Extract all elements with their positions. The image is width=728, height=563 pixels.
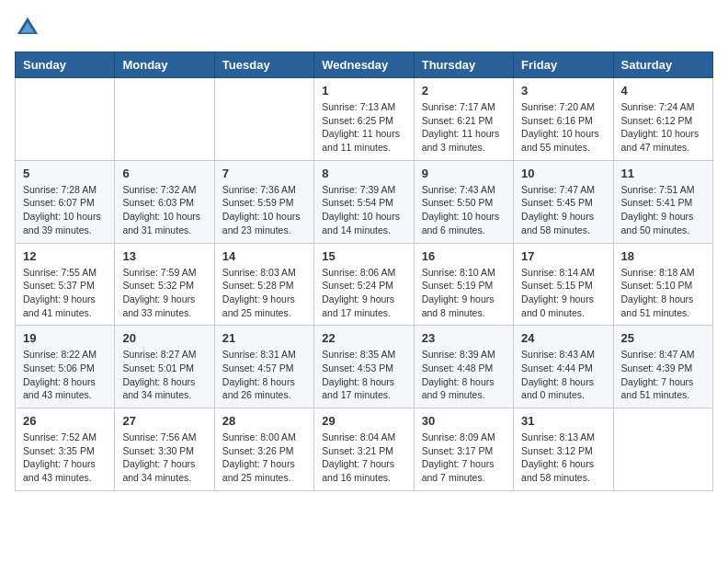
calendar-cell: 15Sunrise: 8:06 AM Sunset: 5:24 PM Dayli… (314, 243, 414, 326)
day-number: 7 (222, 167, 306, 180)
day-number: 16 (422, 249, 506, 263)
day-number: 9 (422, 167, 506, 180)
day-of-week-header: Tuesday (214, 52, 313, 78)
day-info: Sunrise: 7:47 AM Sunset: 5:45 PM Dayligh… (521, 183, 605, 237)
day-info: Sunrise: 7:43 AM Sunset: 5:50 PM Dayligh… (422, 183, 506, 237)
day-number: 24 (521, 331, 605, 345)
day-number: 20 (122, 331, 206, 345)
day-info: Sunrise: 7:17 AM Sunset: 6:21 PM Dayligh… (422, 100, 506, 155)
day-of-week-header: Friday (514, 52, 613, 78)
day-info: Sunrise: 7:24 AM Sunset: 6:12 PM Dayligh… (621, 100, 705, 155)
day-number: 1 (322, 84, 405, 98)
day-number: 15 (322, 249, 405, 263)
calendar-cell: 13Sunrise: 7:59 AM Sunset: 5:32 PM Dayli… (115, 243, 214, 326)
day-info: Sunrise: 7:52 AM Sunset: 3:35 PM Dayligh… (23, 431, 107, 485)
day-info: Sunrise: 8:14 AM Sunset: 5:15 PM Dayligh… (521, 266, 605, 320)
calendar-cell (613, 408, 712, 491)
day-of-week-header: Thursday (414, 52, 513, 78)
day-info: Sunrise: 7:13 AM Sunset: 6:25 PM Dayligh… (322, 100, 405, 155)
calendar-cell (16, 78, 115, 161)
calendar-cell: 4Sunrise: 7:24 AM Sunset: 6:12 PM Daylig… (613, 78, 712, 161)
day-info: Sunrise: 8:06 AM Sunset: 5:24 PM Dayligh… (322, 266, 405, 320)
day-number: 12 (23, 249, 107, 263)
day-number: 14 (222, 249, 306, 263)
day-number: 11 (621, 167, 705, 180)
calendar-cell: 10Sunrise: 7:47 AM Sunset: 5:45 PM Dayli… (514, 160, 613, 243)
day-number: 27 (122, 414, 206, 428)
day-info: Sunrise: 7:39 AM Sunset: 5:54 PM Dayligh… (322, 183, 405, 237)
day-number: 5 (23, 167, 107, 180)
day-info: Sunrise: 7:20 AM Sunset: 6:16 PM Dayligh… (521, 100, 605, 155)
day-info: Sunrise: 8:22 AM Sunset: 5:06 PM Dayligh… (23, 348, 107, 402)
day-number: 2 (422, 84, 506, 98)
day-info: Sunrise: 7:28 AM Sunset: 6:07 PM Dayligh… (23, 183, 107, 237)
day-info: Sunrise: 8:43 AM Sunset: 4:44 PM Dayligh… (521, 348, 605, 402)
page-header (15, 15, 713, 40)
day-number: 22 (322, 331, 405, 345)
calendar-cell: 5Sunrise: 7:28 AM Sunset: 6:07 PM Daylig… (16, 160, 115, 243)
day-info: Sunrise: 8:31 AM Sunset: 4:57 PM Dayligh… (222, 348, 306, 402)
logo (15, 15, 44, 40)
calendar-week-row: 19Sunrise: 8:22 AM Sunset: 5:06 PM Dayli… (16, 326, 713, 408)
calendar-cell: 14Sunrise: 8:03 AM Sunset: 5:28 PM Dayli… (214, 243, 313, 326)
day-info: Sunrise: 8:04 AM Sunset: 3:21 PM Dayligh… (322, 431, 405, 485)
calendar-cell: 19Sunrise: 8:22 AM Sunset: 5:06 PM Dayli… (16, 326, 115, 408)
day-number: 31 (521, 414, 605, 428)
day-info: Sunrise: 8:39 AM Sunset: 4:48 PM Dayligh… (422, 348, 506, 402)
day-number: 30 (422, 414, 506, 428)
calendar-header-row: SundayMondayTuesdayWednesdayThursdayFrid… (16, 52, 713, 78)
calendar-cell: 25Sunrise: 8:47 AM Sunset: 4:39 PM Dayli… (613, 326, 712, 408)
day-number: 25 (621, 331, 705, 345)
calendar-week-row: 5Sunrise: 7:28 AM Sunset: 6:07 PM Daylig… (16, 160, 713, 243)
day-info: Sunrise: 8:47 AM Sunset: 4:39 PM Dayligh… (621, 348, 705, 402)
calendar-cell: 1Sunrise: 7:13 AM Sunset: 6:25 PM Daylig… (314, 78, 414, 161)
day-info: Sunrise: 7:32 AM Sunset: 6:03 PM Dayligh… (122, 183, 206, 237)
day-number: 29 (322, 414, 405, 428)
calendar-cell: 30Sunrise: 8:09 AM Sunset: 3:17 PM Dayli… (414, 408, 513, 491)
day-info: Sunrise: 7:59 AM Sunset: 5:32 PM Dayligh… (122, 266, 206, 320)
day-info: Sunrise: 8:18 AM Sunset: 5:10 PM Dayligh… (621, 266, 705, 320)
calendar-cell: 11Sunrise: 7:51 AM Sunset: 5:41 PM Dayli… (613, 160, 712, 243)
day-number: 3 (521, 84, 605, 98)
day-info: Sunrise: 7:36 AM Sunset: 5:59 PM Dayligh… (222, 183, 306, 237)
logo-icon (15, 15, 40, 40)
calendar-week-row: 1Sunrise: 7:13 AM Sunset: 6:25 PM Daylig… (16, 78, 713, 161)
calendar-cell: 17Sunrise: 8:14 AM Sunset: 5:15 PM Dayli… (514, 243, 613, 326)
day-number: 28 (222, 414, 306, 428)
calendar-cell: 23Sunrise: 8:39 AM Sunset: 4:48 PM Dayli… (414, 326, 513, 408)
calendar-table: SundayMondayTuesdayWednesdayThursdayFrid… (15, 52, 713, 491)
calendar-cell: 22Sunrise: 8:35 AM Sunset: 4:53 PM Dayli… (314, 326, 414, 408)
day-number: 13 (122, 249, 206, 263)
calendar-cell: 21Sunrise: 8:31 AM Sunset: 4:57 PM Dayli… (214, 326, 313, 408)
day-of-week-header: Wednesday (314, 52, 414, 78)
day-number: 17 (521, 249, 605, 263)
calendar-cell: 6Sunrise: 7:32 AM Sunset: 6:03 PM Daylig… (115, 160, 214, 243)
day-number: 4 (621, 84, 705, 98)
calendar-cell: 20Sunrise: 8:27 AM Sunset: 5:01 PM Dayli… (115, 326, 214, 408)
day-info: Sunrise: 8:27 AM Sunset: 5:01 PM Dayligh… (122, 348, 206, 402)
day-number: 23 (422, 331, 506, 345)
calendar-cell: 31Sunrise: 8:13 AM Sunset: 3:12 PM Dayli… (514, 408, 613, 491)
calendar-cell: 18Sunrise: 8:18 AM Sunset: 5:10 PM Dayli… (613, 243, 712, 326)
day-info: Sunrise: 7:56 AM Sunset: 3:30 PM Dayligh… (122, 431, 206, 485)
calendar-cell: 16Sunrise: 8:10 AM Sunset: 5:19 PM Dayli… (414, 243, 513, 326)
day-number: 21 (222, 331, 306, 345)
calendar-cell: 7Sunrise: 7:36 AM Sunset: 5:59 PM Daylig… (214, 160, 313, 243)
day-info: Sunrise: 8:13 AM Sunset: 3:12 PM Dayligh… (521, 431, 605, 485)
calendar-week-row: 26Sunrise: 7:52 AM Sunset: 3:35 PM Dayli… (16, 408, 713, 491)
day-info: Sunrise: 7:51 AM Sunset: 5:41 PM Dayligh… (621, 183, 705, 237)
calendar-cell (115, 78, 214, 161)
day-number: 19 (23, 331, 107, 345)
day-info: Sunrise: 7:55 AM Sunset: 5:37 PM Dayligh… (23, 266, 107, 320)
day-info: Sunrise: 8:10 AM Sunset: 5:19 PM Dayligh… (422, 266, 506, 320)
calendar-cell: 2Sunrise: 7:17 AM Sunset: 6:21 PM Daylig… (414, 78, 513, 161)
day-number: 8 (322, 167, 405, 180)
calendar-cell: 24Sunrise: 8:43 AM Sunset: 4:44 PM Dayli… (514, 326, 613, 408)
day-number: 26 (23, 414, 107, 428)
calendar-cell: 8Sunrise: 7:39 AM Sunset: 5:54 PM Daylig… (314, 160, 414, 243)
day-number: 6 (122, 167, 206, 180)
day-info: Sunrise: 8:35 AM Sunset: 4:53 PM Dayligh… (322, 348, 405, 402)
day-info: Sunrise: 8:09 AM Sunset: 3:17 PM Dayligh… (422, 431, 506, 485)
calendar-cell: 29Sunrise: 8:04 AM Sunset: 3:21 PM Dayli… (314, 408, 414, 491)
calendar-cell: 26Sunrise: 7:52 AM Sunset: 3:35 PM Dayli… (16, 408, 115, 491)
